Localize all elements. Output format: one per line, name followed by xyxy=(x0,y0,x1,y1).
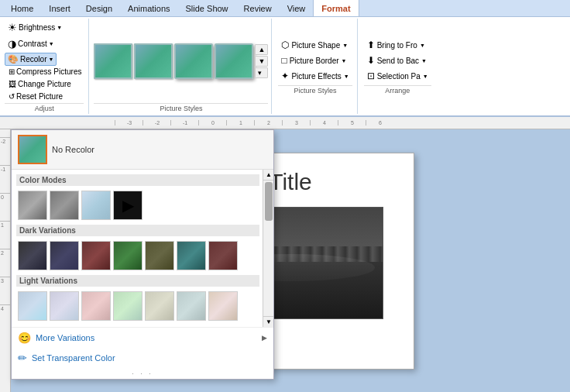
tab-animations[interactable]: Animations xyxy=(120,1,177,16)
more-variations-icon: 😊 xyxy=(18,332,31,344)
brightness-caret: ▼ xyxy=(57,25,62,30)
scroll-down-button[interactable]: ▼ xyxy=(263,316,273,327)
no-recolor-swatch[interactable] xyxy=(18,135,47,164)
bring-to-front-button[interactable]: ⬆ Bring to Fro ▼ xyxy=(364,38,431,52)
picture-options-group: ⬡ Picture Shape ▼ □ Picture Border ▼ ✦ P… xyxy=(273,19,357,114)
swatch-lv7[interactable] xyxy=(208,291,238,321)
swatch-dv2[interactable] xyxy=(50,241,79,270)
transparent-icon: ✏ xyxy=(18,352,27,364)
swatch-dv3[interactable] xyxy=(81,241,111,270)
styles-scroll-down[interactable]: ▼ xyxy=(255,56,268,67)
picture-style-thumb-4[interactable] xyxy=(215,43,253,79)
light-variations-swatches xyxy=(16,288,259,324)
selection-icon: ⊡ xyxy=(367,70,375,81)
shape-caret: ▼ xyxy=(342,43,348,48)
selection-caret: ▼ xyxy=(423,74,428,79)
styles-scroll-up[interactable]: ▲ xyxy=(255,44,268,55)
swatch-cm2[interactable] xyxy=(50,191,79,220)
scroll-up-button[interactable]: ▲ xyxy=(263,170,273,181)
dark-variations-swatches xyxy=(16,238,259,273)
scroll-thumb[interactable] xyxy=(265,182,273,221)
change-icon: 🖼 xyxy=(9,80,16,88)
color-modes-label: Color Modes xyxy=(16,174,259,186)
picture-styles-group: ▲ ▼ ▾ Picture Styles xyxy=(91,19,272,114)
shape-icon: ⬡ xyxy=(281,40,289,50)
dark-variations-label: Dark Variations xyxy=(16,225,259,236)
swatch-lv4[interactable] xyxy=(113,291,142,321)
swatch-dv6[interactable] xyxy=(177,241,206,270)
reset-icon: ↺ xyxy=(9,92,15,101)
picture-options-label: Picture Styles xyxy=(278,85,352,95)
border-caret: ▼ xyxy=(342,58,347,64)
picture-shape-button[interactable]: ⬡ Picture Shape ▼ xyxy=(278,38,352,52)
dropdown-header: No Recolor xyxy=(12,130,273,170)
arrange-group: ⬆ Bring to Fro ▼ ⬇ Send to Bac ▼ ⊡ Selec… xyxy=(359,19,436,114)
ruler: -3 -2 -1 0 1 2 3 4 5 6 xyxy=(115,120,393,126)
picture-styles-group-label: Picture Styles xyxy=(94,103,268,112)
styles-expand[interactable]: ▾ xyxy=(255,67,268,78)
tab-slideshow[interactable]: Slide Show xyxy=(178,1,236,16)
recolor-dropdown: No Recolor Color Modes ▶ Dark Variations xyxy=(11,129,274,380)
more-variations-arrow: ▶ xyxy=(262,334,267,342)
send-icon: ⬇ xyxy=(367,55,375,66)
tab-insert[interactable]: Insert xyxy=(41,1,78,16)
picture-effects-button[interactable]: ✦ Picture Effects ▼ xyxy=(278,69,352,83)
dropdown-footer: 😊 More Variations ▶ ✏ Set Transparent Co… xyxy=(12,327,273,379)
swatch-dv1[interactable] xyxy=(18,241,47,270)
send-caret: ▼ xyxy=(421,58,427,64)
contrast-caret: ▼ xyxy=(49,41,54,46)
picture-border-button[interactable]: □ Picture Border ▼ xyxy=(278,53,352,67)
swatch-cm1[interactable] xyxy=(18,191,47,220)
tab-home[interactable]: Home xyxy=(3,1,41,16)
reset-picture-button[interactable]: ↺ Reset Picture xyxy=(6,91,84,102)
send-to-back-button[interactable]: ⬇ Send to Bac ▼ xyxy=(364,53,431,67)
swatch-dv7[interactable] xyxy=(208,241,238,270)
swatch-lv1[interactable] xyxy=(18,291,47,321)
swatch-lv5[interactable] xyxy=(145,291,174,321)
arrange-group-label: Arrange xyxy=(364,85,431,95)
swatch-lv2[interactable] xyxy=(50,291,79,321)
swatch-dv4[interactable] xyxy=(113,241,142,270)
swatch-lv6[interactable] xyxy=(177,291,206,321)
picture-style-thumb-3[interactable] xyxy=(174,43,213,79)
tab-review[interactable]: Review xyxy=(236,1,280,16)
picture-style-thumb-1[interactable] xyxy=(94,43,132,79)
contrast-icon: ◑ xyxy=(8,38,16,50)
adjust-group: ☀ Brightness ▼ ◑ Contrast ▼ 🎨 Recolor ▼ … xyxy=(3,19,89,114)
bring-caret: ▼ xyxy=(420,43,425,48)
effects-icon: ✦ xyxy=(281,70,289,81)
set-transparent-item[interactable]: ✏ Set Transparent Color xyxy=(12,348,273,368)
light-variations-label: Light Variations xyxy=(16,275,259,287)
contrast-button[interactable]: ◑ Contrast ▼ xyxy=(5,36,57,51)
adjust-group-label: Adjust xyxy=(5,103,84,112)
swatch-lv3[interactable] xyxy=(81,291,111,321)
recolor-caret: ▼ xyxy=(48,57,53,62)
picture-style-thumb-2[interactable] xyxy=(134,43,173,79)
border-icon: □ xyxy=(281,55,287,66)
selection-pane-button[interactable]: ⊡ Selection Pa ▼ xyxy=(364,69,431,83)
recolor-icon: 🎨 xyxy=(8,54,19,64)
change-picture-button[interactable]: 🖼 Change Picture xyxy=(6,78,84,90)
vertical-ruler: -2 -1 0 1 2 3 4 xyxy=(0,129,11,392)
color-modes-swatches: ▶ xyxy=(16,187,259,223)
dropdown-dots: · · · xyxy=(12,368,273,379)
dropdown-scrollbar[interactable]: ▲ ▼ xyxy=(263,170,273,327)
tab-design[interactable]: Design xyxy=(78,1,120,16)
bring-icon: ⬆ xyxy=(367,40,375,50)
effects-caret: ▼ xyxy=(344,74,349,79)
swatch-cm3[interactable] xyxy=(81,191,111,220)
swatch-dv5[interactable] xyxy=(145,241,174,270)
swatch-cm4[interactable]: ▶ xyxy=(113,191,142,220)
more-variations-item[interactable]: 😊 More Variations ▶ xyxy=(12,328,273,348)
compress-icon: ⊞ xyxy=(9,67,15,76)
brightness-icon: ☀ xyxy=(8,22,17,33)
brightness-button[interactable]: ☀ Brightness ▼ xyxy=(5,20,65,35)
compress-pictures-button[interactable]: ⊞ Compress Pictures xyxy=(6,66,84,77)
recolor-button[interactable]: 🎨 Recolor ▼ xyxy=(5,53,57,66)
tab-format[interactable]: Format xyxy=(313,0,359,16)
tab-view[interactable]: View xyxy=(280,1,314,16)
